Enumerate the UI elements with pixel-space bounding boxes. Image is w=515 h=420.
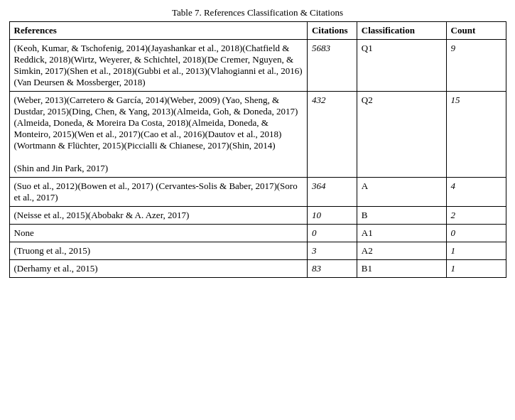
references-cell: (Suo et al., 2012)(Bowen et al., 2017) (… — [9, 178, 307, 207]
references-table: References Citations Classification Coun… — [9, 21, 506, 278]
table-row: (Derhamy et al., 2015)83B11 — [9, 260, 506, 278]
table-row: None0A10 — [9, 225, 506, 242]
table-row: (Weber, 2013)(Carretero & García, 2014)(… — [9, 92, 506, 178]
table-row: (Suo et al., 2012)(Bowen et al., 2017) (… — [9, 178, 506, 207]
count-cell: 15 — [446, 92, 506, 178]
table-title: Table 7. References Classification & Cit… — [9, 7, 506, 18]
header-count: Count — [446, 22, 506, 40]
table-row: (Truong et al., 2015)3A21 — [9, 242, 506, 260]
header-references: References — [9, 22, 307, 40]
citations-cell: 0 — [307, 225, 357, 242]
citations-cell: 3 — [307, 242, 357, 260]
table-row: (Neisse et al., 2015)(Abobakr & A. Azer,… — [9, 207, 506, 225]
classification-cell: A — [357, 178, 446, 207]
count-cell: 9 — [446, 40, 506, 92]
count-cell: 1 — [446, 260, 506, 278]
citations-cell: 432 — [307, 92, 357, 178]
header-citations: Citations — [307, 22, 357, 40]
references-cell: (Neisse et al., 2015)(Abobakr & A. Azer,… — [9, 207, 307, 225]
citations-cell: 364 — [307, 178, 357, 207]
count-cell: 0 — [446, 225, 506, 242]
count-cell: 2 — [446, 207, 506, 225]
header-classification: Classification — [357, 22, 446, 40]
count-cell: 4 — [446, 178, 506, 207]
classification-cell: B — [357, 207, 446, 225]
classification-cell: Q2 — [357, 92, 446, 178]
classification-cell: B1 — [357, 260, 446, 278]
citations-cell: 10 — [307, 207, 357, 225]
citations-cell: 83 — [307, 260, 357, 278]
table-row: (Keoh, Kumar, & Tschofenig, 2014)(Jayash… — [9, 40, 506, 92]
references-cell: (Keoh, Kumar, & Tschofenig, 2014)(Jayash… — [9, 40, 307, 92]
count-cell: 1 — [446, 242, 506, 260]
references-cell: (Truong et al., 2015) — [9, 242, 307, 260]
classification-cell: A1 — [357, 225, 446, 242]
classification-cell: A2 — [357, 242, 446, 260]
references-cell: (Derhamy et al., 2015) — [9, 260, 307, 278]
references-cell: (Weber, 2013)(Carretero & García, 2014)(… — [9, 92, 307, 178]
table-container: Table 7. References Classification & Cit… — [9, 7, 506, 278]
classification-cell: Q1 — [357, 40, 446, 92]
citations-cell: 5683 — [307, 40, 357, 92]
references-cell: None — [9, 225, 307, 242]
